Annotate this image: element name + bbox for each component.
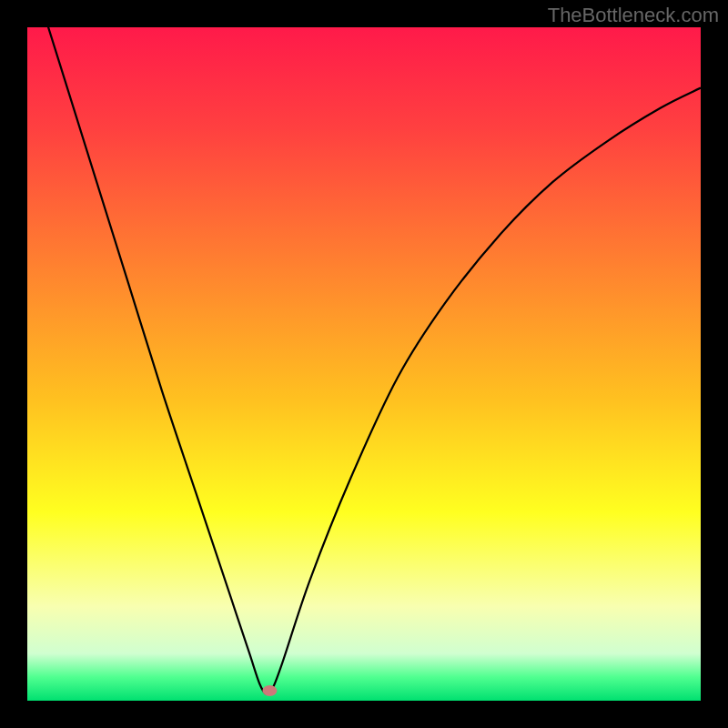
plot-area <box>27 27 701 701</box>
chart-svg <box>27 27 701 701</box>
optimal-point-marker <box>262 685 277 696</box>
gradient-background <box>27 27 701 701</box>
chart-container: TheBottleneck.com <box>0 0 728 728</box>
watermark-text: TheBottleneck.com <box>548 4 719 27</box>
